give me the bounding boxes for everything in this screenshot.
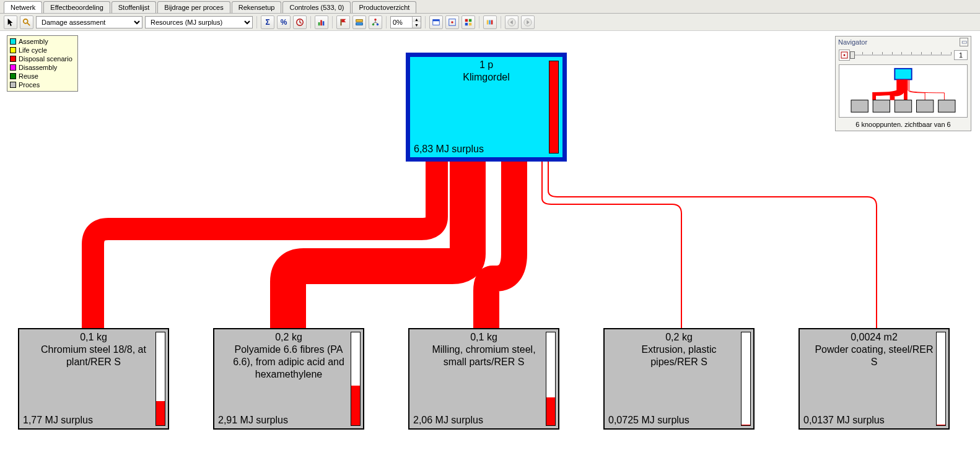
node-qty: 0,2 kg: [605, 329, 753, 344]
svg-line-1: [27, 22, 30, 25]
navigator-slider[interactable]: [852, 51, 952, 59]
legend-swatch-disassembly: [10, 64, 16, 71]
node-chromium[interactable]: 0,1 kg Chromium steel 18/8, at plant/RER…: [18, 328, 169, 430]
navigator-title: Navigator: [838, 38, 867, 46]
node-bar: [351, 332, 361, 426]
svg-point-9: [374, 18, 377, 20]
node-qty: 0,0024 m2: [800, 329, 948, 344]
target-button[interactable]: [445, 15, 459, 29]
navigator-fit[interactable]: [839, 50, 850, 61]
grid-button[interactable]: [462, 15, 475, 29]
indicator-combo[interactable]: Damage assessment: [36, 16, 142, 28]
navigator-close[interactable]: ▭: [960, 38, 968, 46]
node-bar: [936, 332, 946, 426]
clock-button[interactable]: [293, 15, 307, 29]
node-qty: 0,1 kg: [19, 329, 168, 344]
tab-rekensetup[interactable]: Rekensetup: [232, 1, 282, 13]
tab-productoverzicht[interactable]: Productoverzicht: [352, 1, 416, 13]
node-value: 0,0725 MJ surplus: [608, 414, 689, 426]
layers-button[interactable]: [352, 15, 366, 29]
svg-point-0: [24, 19, 28, 23]
tab-netwerk[interactable]: Netwerk: [4, 1, 42, 13]
tab-bijdrage[interactable]: Bijdrage per proces: [157, 1, 230, 13]
legend-swatch-assembly: [10, 38, 16, 45]
palette-button[interactable]: [483, 15, 497, 29]
network-canvas[interactable]: Assembly Life cycle Disposal scenario Di…: [0, 31, 980, 450]
legend-label: Assembly: [19, 37, 48, 46]
nav-forward[interactable]: [521, 15, 535, 29]
node-bar: [155, 332, 165, 426]
cutoff-input[interactable]: [391, 18, 412, 27]
node-powder[interactable]: 0,0024 m2 Powder coating, steel/RER S 0,…: [798, 328, 950, 430]
navigator-value: 1: [954, 50, 968, 60]
svg-rect-8: [356, 22, 363, 25]
svg-rect-29: [873, 100, 890, 113]
node-name: Extrusion, plastic pipes/RER S: [605, 344, 753, 368]
svg-rect-19: [469, 22, 471, 25]
legend-swatch-proces: [10, 82, 16, 88]
svg-point-26: [844, 54, 846, 56]
percent-button[interactable]: %: [277, 15, 291, 29]
svg-rect-7: [356, 19, 363, 22]
svg-rect-5: [323, 21, 325, 25]
node-name: Powder coating, steel/RER S: [800, 344, 948, 368]
legend-label: Life cycle: [19, 46, 47, 54]
separator: [332, 16, 333, 28]
svg-rect-17: [469, 19, 471, 21]
legend-swatch-reuse: [10, 73, 16, 79]
svg-rect-18: [465, 22, 468, 25]
node-bar: [741, 332, 751, 426]
node-qty: 0,2 kg: [214, 329, 363, 344]
node-polyamide[interactable]: 0,2 kg Polyamide 6.6 fibres (PA 6.6), fr…: [213, 328, 364, 430]
toolbar: Damage assessment Resources (MJ surplus)…: [0, 14, 980, 31]
flag-button[interactable]: [336, 15, 350, 29]
window-button[interactable]: [429, 15, 443, 29]
zoom-tool[interactable]: [20, 15, 33, 29]
legend-label: Proces: [19, 80, 40, 89]
svg-rect-31: [916, 100, 933, 113]
svg-rect-6: [341, 19, 342, 25]
tree-button[interactable]: [369, 15, 382, 29]
separator: [256, 16, 257, 28]
node-extrusion[interactable]: 0,2 kg Extrusion, plastic pipes/RER S 0,…: [603, 328, 755, 430]
tab-stoffenlijst[interactable]: Stoffenlijst: [112, 1, 157, 13]
legend-swatch-disposal: [10, 56, 16, 62]
svg-rect-13: [433, 19, 440, 21]
node-name: Milling, chromium steel, small parts/RER…: [409, 344, 558, 368]
node-value: 2,06 MJ surplus: [413, 414, 483, 426]
node-value: 0,0137 MJ surplus: [803, 414, 885, 426]
spinner-down[interactable]: ▼: [412, 22, 421, 28]
svg-rect-20: [487, 20, 489, 24]
tab-strip: Netwerk Effectbeoordeling Stoffenlijst B…: [0, 0, 980, 14]
node-value: 1,77 MJ surplus: [23, 414, 93, 426]
sigma-button[interactable]: Σ: [261, 15, 274, 29]
barchart-button[interactable]: [315, 15, 328, 29]
svg-rect-32: [938, 100, 955, 113]
node-klimgordel[interactable]: 1 p Klimgordel 6,83 MJ surplus: [406, 53, 567, 162]
tab-controles[interactable]: Controles (533, 0): [282, 1, 351, 13]
svg-rect-4: [320, 20, 322, 25]
legend: Assembly Life cycle Disposal scenario Di…: [7, 35, 78, 92]
legend-swatch-lifecycle: [10, 47, 16, 53]
legend-label: Disposal scenario: [19, 54, 72, 63]
svg-rect-16: [465, 19, 468, 21]
separator: [386, 16, 387, 28]
pointer-tool[interactable]: [4, 15, 17, 29]
navigator-preview[interactable]: [839, 64, 968, 118]
nav-back[interactable]: [505, 15, 518, 29]
node-bar: [549, 61, 559, 154]
separator: [425, 16, 426, 28]
svg-rect-3: [318, 22, 320, 25]
navigator-panel[interactable]: Navigator ▭ 1: [835, 36, 971, 131]
category-combo[interactable]: Resources (MJ surplus): [145, 16, 253, 28]
spinner-up[interactable]: ▲: [412, 17, 421, 22]
svg-rect-22: [491, 20, 493, 24]
svg-rect-21: [489, 20, 491, 24]
svg-rect-28: [851, 100, 868, 113]
node-name: Chromium steel 18/8, at plant/RER S: [19, 344, 168, 368]
cutoff-spinner[interactable]: ▲ ▼: [390, 16, 421, 28]
node-milling[interactable]: 0,1 kg Milling, chromium steel, small pa…: [408, 328, 559, 430]
tab-effectbeoordeling[interactable]: Effectbeoordeling: [43, 1, 110, 13]
node-name: Polyamide 6.6 fibres (PA 6.6), from adip…: [214, 344, 363, 381]
svg-point-11: [377, 23, 379, 25]
